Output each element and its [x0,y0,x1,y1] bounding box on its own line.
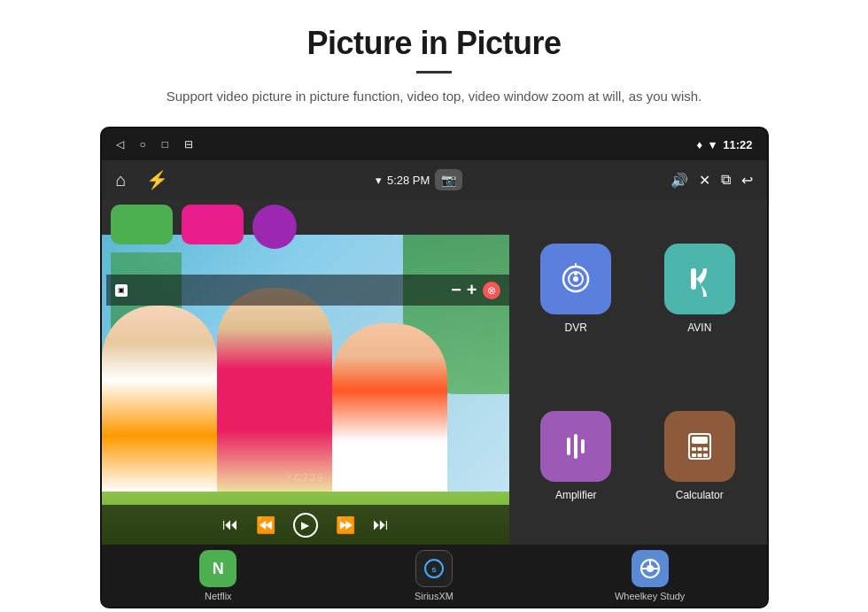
usb-icon: ⚡ [146,170,168,190]
app-item-calculator[interactable]: Calculator [643,377,756,534]
wheelkey-logo-icon [638,556,663,581]
app-item-avin[interactable]: AVIN [643,210,756,367]
netflix-label: Netflix [205,591,232,601]
svg-rect-13 [703,447,708,451]
status-time: 11:22 [723,138,752,151]
bottom-app-siriusxm[interactable]: S SiriusXM [381,550,487,601]
svg-rect-12 [697,447,701,451]
svg-rect-15 [697,453,701,457]
app-item-amplifier[interactable]: Amplifier [520,377,633,534]
svg-point-2 [573,276,578,282]
top-app-netflix[interactable] [111,205,173,244]
top-app-wheelkey[interactable] [252,205,297,249]
netflix-icon: N [199,550,236,587]
svg-rect-10 [692,437,708,444]
rewind-button[interactable]: ⏮ [222,515,238,534]
calculator-icon [682,429,717,464]
top-app-sirius[interactable] [182,205,244,244]
svg-rect-7 [574,434,577,459]
pip-container: YC729 ▣ − + ⊗ [102,199,509,545]
svg-rect-8 [581,439,585,453]
title-divider [416,71,452,74]
page-wrapper: Picture in Picture Support video picture… [0,0,868,608]
prev-button[interactable]: ⏪ [256,515,275,535]
play-button[interactable]: ▶ [293,513,318,538]
svg-rect-5 [691,268,696,290]
window-icon[interactable]: ⧉ [721,172,731,188]
pip-close-button[interactable]: ⊗ [483,282,500,299]
screenshot-nav-icon[interactable]: ⊟ [184,138,193,151]
watermark: YC729 [286,472,325,483]
wheelkey-label: Wheelkey Study [615,591,685,601]
avin-icon-box [664,244,735,314]
svg-rect-14 [692,453,696,457]
status-bar: ◁ ○ □ ⊟ ♦ ▾ 11:22 [102,128,767,160]
dvr-icon-box [540,244,611,314]
close-window-icon[interactable]: ✕ [699,172,710,189]
app-item-dvr[interactable]: DVR [520,210,633,367]
amplifier-icon-box [540,411,611,482]
calculator-icon-box [664,411,735,482]
svg-rect-6 [567,438,570,455]
siriusxm-label: SiriusXM [415,591,453,601]
device-frame: ◁ ○ □ ⊟ ♦ ▾ 11:22 ⌂ ⚡ ▾ 5:28 PM 📷 [100,127,769,608]
siriusxm-icon: S [415,550,453,587]
action-bar-center: ▾ 5:28 PM 📷 [376,169,462,190]
page-title: Picture in Picture [35,25,833,62]
svg-rect-16 [703,453,708,457]
bottom-app-wheelkey[interactable]: Wheelkey Study [597,550,703,601]
person-1 [102,306,217,492]
action-bar-time: 5:28 PM [387,174,430,187]
pip-controls-overlay: ▣ − + ⊗ [106,275,509,306]
status-bar-right: ♦ ▾ 11:22 [697,138,753,151]
status-bar-left: ◁ ○ □ ⊟ [116,138,194,151]
calculator-label: Calculator [676,489,724,501]
signal-icon: ▾ [709,138,716,151]
pip-record-icon: ▣ [115,284,128,297]
back-action-icon[interactable]: ↩ [741,172,753,189]
svg-text:S: S [431,566,437,574]
svg-rect-11 [692,447,696,451]
person-3 [332,323,447,492]
title-section: Picture in Picture Support video picture… [35,25,833,107]
amplifier-label: Amplifier [555,489,597,501]
pip-minus-button[interactable]: − [451,280,461,300]
wheelkey-icon [632,550,669,587]
video-bottom-controls: ⏮ ⏪ ▶ ⏩ ⏭ [102,505,509,545]
action-bar-left: ⌂ ⚡ [116,169,168,190]
home-icon[interactable]: ⌂ [116,170,127,190]
avin-icon [682,261,717,297]
app-grid: DVR AVIN [509,199,767,545]
siriusxm-logo-icon: S [422,556,446,581]
person-2 [217,288,332,492]
action-bar: ⌂ ⚡ ▾ 5:28 PM 📷 🔊 ✕ ⧉ ↩ [102,160,767,199]
svg-point-4 [574,272,577,275]
action-bar-right: 🔊 ✕ ⧉ ↩ [670,172,753,189]
screen-content: YC729 ▣ − + ⊗ [102,199,767,545]
avin-label: AVIN [687,321,711,334]
location-icon: ♦ [697,138,703,151]
top-icons-row [102,199,509,254]
video-player[interactable]: YC729 ▣ − + ⊗ [102,235,509,545]
dvr-icon [558,261,593,297]
next-button[interactable]: ⏩ [336,515,355,535]
svg-point-20 [647,565,654,572]
wifi-status-icon: ▾ [376,174,382,187]
bottom-app-netflix[interactable]: N Netflix [165,550,271,601]
pip-plus-button[interactable]: + [467,280,477,300]
recents-nav-icon[interactable]: □ [162,138,168,151]
back-nav-icon[interactable]: ◁ [116,138,124,151]
dvr-label: DVR [565,321,587,334]
volume-icon[interactable]: 🔊 [670,172,688,189]
people-scene [102,288,509,492]
bottom-app-bar: N Netflix S SiriusXM [102,545,767,607]
forward-button[interactable]: ⏭ [373,515,389,534]
amplifier-icon [558,429,593,464]
home-nav-icon[interactable]: ○ [140,138,146,151]
page-subtitle: Support video picture in picture functio… [124,86,744,107]
camera-button[interactable]: 📷 [435,169,462,190]
